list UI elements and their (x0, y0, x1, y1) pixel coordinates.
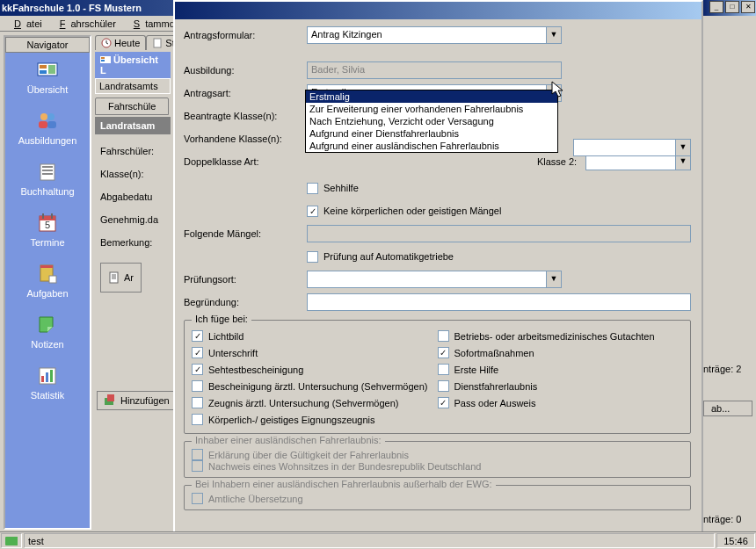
lbl-training: Ausbildung: (184, 65, 307, 76)
svg-rect-2 (40, 70, 47, 74)
svg-rect-31 (107, 394, 114, 401)
fld-date2: Genehmig.da (100, 208, 165, 231)
nav-item-dates[interactable]: 5 Termine (5, 206, 90, 256)
chk-attach[interactable]: ✓Sofortmaßnahmen (438, 344, 684, 361)
nav-item-tasks[interactable]: Aufgaben (5, 256, 90, 307)
application-dialog: Antragsformular: Antrag Kitzingen ▼ Ausb… (173, 0, 703, 549)
section-header: Landratsam (95, 117, 171, 134)
clock-icon (101, 38, 112, 48)
chk-attach[interactable]: ✓Sehtestbescheinigung (192, 361, 438, 378)
lbl-reqclass: Beantragte Klasse(n): (184, 111, 307, 121)
add-icon (105, 394, 117, 407)
svg-rect-10 (42, 170, 53, 171)
menu-file[interactable]: Datei (4, 17, 47, 31)
reason-field[interactable] (307, 293, 691, 311)
ewg-group: Bei Inhabern einer ausländischen Fahrerl… (184, 485, 691, 510)
nav-item-notes[interactable]: Notizen (5, 307, 90, 358)
lbl-reason: Begründung: (184, 297, 307, 307)
svg-rect-11 (42, 173, 53, 175)
opt-0[interactable]: Erstmalig (306, 90, 557, 103)
chk-attach[interactable]: Betriebs- oder arbeitsmedizinisches Guta… (438, 328, 684, 344)
opt-2[interactable]: Nach Entziehung, Verzicht oder Versagung (306, 115, 557, 127)
dialog-title-bar (175, 2, 701, 19)
fields: Fahrschüler: Klasse(n): Abgabedatu Geneh… (95, 134, 171, 298)
nav-item-trainings[interactable]: Ausbildungen (5, 104, 90, 155)
svg-point-4 (40, 113, 47, 120)
svg-rect-6 (39, 121, 47, 128)
svg-rect-28 (101, 60, 105, 61)
svg-text:5: 5 (45, 220, 50, 230)
chk-attach[interactable]: Erste Hilfe (438, 361, 684, 378)
lbl-place: Prüfungsort: (184, 274, 307, 285)
child-title: Übersicht L (95, 52, 171, 78)
svg-rect-9 (42, 166, 53, 168)
training-field: Bader, Silvia (307, 61, 562, 79)
action-button[interactable]: Ar (100, 263, 142, 293)
dropdown-arrow-icon: ▼ (676, 139, 691, 156)
fld-classes: Klasse(n): (100, 163, 165, 185)
chk-auto[interactable]: Prüfung auf Automatikgetriebe (307, 251, 454, 263)
chk-vision[interactable]: Sehhilfe (307, 183, 359, 194)
chk-attach[interactable]: Körperlich-/ geistiges Eignungszeugnis (192, 411, 438, 428)
lbl-defects: Folgende Mängel: (184, 228, 307, 239)
lbl-exclass: Vorhandene Klasse(n): (184, 134, 307, 144)
chk-foreign-a: Erklärung über die Gültigkeit der Fahrer… (192, 449, 683, 460)
menu-students[interactable]: Fahrschüler (49, 17, 121, 31)
svg-rect-15 (51, 213, 53, 219)
status-bar: test 15:46 (0, 531, 756, 549)
page-icon (152, 38, 163, 48)
svg-rect-14 (42, 213, 44, 219)
chk-ewg-a: Amtliche Übersetzung (192, 493, 683, 504)
chk-attach[interactable]: ✓Unterschrift (192, 344, 438, 361)
close-button[interactable]: ✕ (741, 1, 755, 13)
overview-icon (100, 54, 111, 65)
ab-button[interactable]: ab... (703, 401, 752, 416)
minimize-button[interactable]: _ (709, 1, 723, 13)
lbl-form: Antragsformular: (184, 30, 307, 40)
defects-field (307, 225, 691, 242)
form-select[interactable]: Antrag Kitzingen ▼ (307, 26, 562, 44)
place-select[interactable]: ▼ (307, 271, 562, 288)
fld-student: Fahrschüler: (100, 140, 165, 163)
right-edge: _ □ ✕ nträge: 2 ab... nträge: 0 (703, 0, 756, 530)
navigator-panel: Navigator Übersicht Ausbildungen Buchhal… (4, 35, 91, 530)
opt-1[interactable]: Zur Erweiterung einer vorhandenen Fahrer… (306, 103, 557, 115)
svg-rect-25 (154, 39, 161, 47)
svg-rect-19 (49, 276, 56, 283)
keyboard-icon (5, 537, 18, 545)
attach-group: Ich füge bei: ✓Lichtbild✓Unterschrift✓Se… (184, 320, 691, 434)
opt-4[interactable]: Aufgrund einer ausländischen Fahrerlaubn… (306, 140, 557, 152)
chk-attach[interactable]: Dienstfahrerlaubnis (438, 378, 684, 394)
type-dropdown-list[interactable]: Erstmalig Zur Erweiterung einer vorhande… (305, 90, 558, 153)
chk-attach[interactable]: ✓Pass oder Ausweis (438, 394, 684, 411)
lbl-type: Antragsart: (184, 88, 307, 98)
status-text: test (24, 533, 715, 548)
opt-3[interactable]: Aufgrund einer Dienstfahrerlaubnis (306, 127, 557, 140)
svg-rect-1 (40, 65, 47, 69)
nav-item-overview[interactable]: Übersicht (5, 53, 90, 104)
chk-attach[interactable]: Zeugnis ärztl. Untersuchung (Sehvermögen… (192, 394, 438, 411)
lbl-double: Doppelklasse Art: (184, 156, 294, 167)
window-title: kkFahrschule 1.0 - FS Mustern (2, 3, 142, 13)
today-tab[interactable]: Heute (95, 35, 146, 50)
dropdown-arrow-icon: ▼ (547, 271, 562, 288)
chk-nodefects[interactable]: ✓Keine körperlichen oder geistigen Mänge… (307, 206, 501, 217)
svg-rect-21 (41, 376, 44, 382)
doc-icon (108, 271, 120, 284)
class1-select[interactable]: ▼ (573, 139, 691, 156)
chk-attach[interactable]: Bescheinigung ärztl. Untersuchung (Sehve… (192, 378, 438, 394)
maximize-button[interactable]: □ (725, 1, 739, 13)
nav-item-stats[interactable]: Statistik (5, 358, 90, 409)
navigator-header: Navigator (5, 37, 90, 53)
svg-point-5 (47, 113, 55, 120)
svg-rect-7 (47, 121, 56, 128)
fld-date1: Abgabedatu (100, 185, 165, 208)
add-button[interactable]: Hinzufügen (97, 391, 178, 410)
svg-rect-32 (5, 537, 18, 545)
chk-attach[interactable]: ✓Lichtbild (192, 328, 438, 344)
nav-item-accounting[interactable]: Buchhaltung (5, 155, 90, 206)
svg-rect-29 (110, 272, 118, 283)
entries-0: nträge: 0 (703, 514, 741, 524)
tab-students[interactable]: Fahrschüle (95, 98, 169, 115)
svg-rect-18 (40, 265, 53, 268)
